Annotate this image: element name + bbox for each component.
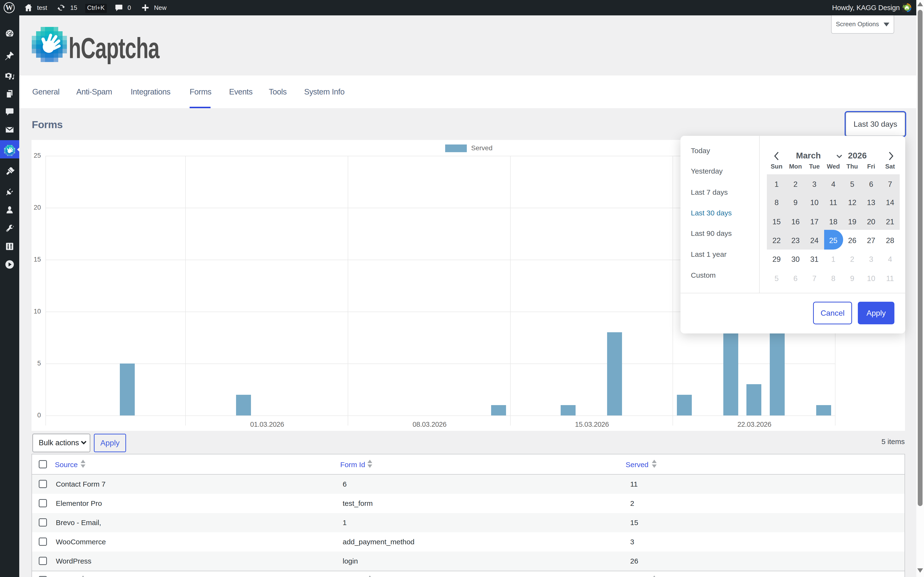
svg-text:W: W bbox=[5, 3, 13, 12]
